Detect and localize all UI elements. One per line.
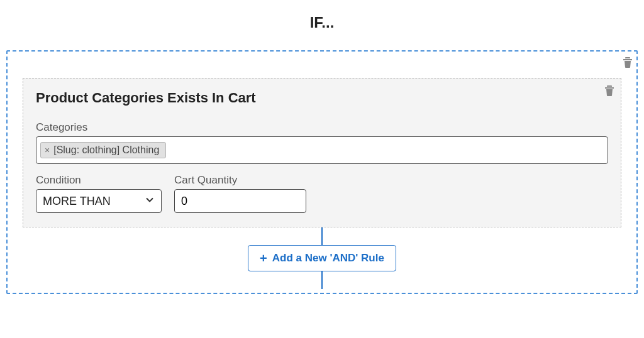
categories-input[interactable]: × [Slug: clothing] Clothing	[36, 136, 608, 164]
quantity-input[interactable]	[174, 189, 306, 213]
trash-icon	[623, 57, 633, 68]
remove-tag-button[interactable]: ×	[45, 145, 51, 155]
add-and-rule-label: Add a New 'AND' Rule	[272, 252, 384, 264]
rule-title: Product Categories Exists In Cart	[36, 90, 608, 106]
delete-group-button[interactable]	[623, 57, 633, 68]
condition-value: MORE THAN	[43, 195, 111, 208]
trash-icon	[604, 85, 614, 96]
condition-select[interactable]: MORE THAN	[36, 189, 162, 213]
quantity-label: Cart Quantity	[174, 174, 306, 187]
rule-card: Product Categories Exists In Cart Catego…	[23, 78, 621, 227]
chevron-down-icon	[145, 195, 155, 208]
category-tag-label: [Slug: clothing] Clothing	[53, 144, 159, 156]
categories-label: Categories	[36, 121, 608, 134]
connector-line	[321, 271, 323, 289]
condition-label: Condition	[36, 174, 162, 187]
category-tag: × [Slug: clothing] Clothing	[40, 142, 166, 158]
connector-line	[321, 227, 323, 245]
add-and-rule-button[interactable]: + Add a New 'AND' Rule	[248, 245, 396, 271]
rule-group: Product Categories Exists In Cart Catego…	[6, 50, 638, 294]
if-heading: IF...	[6, 14, 638, 31]
delete-rule-button[interactable]	[604, 85, 614, 96]
plus-icon: +	[260, 252, 267, 264]
